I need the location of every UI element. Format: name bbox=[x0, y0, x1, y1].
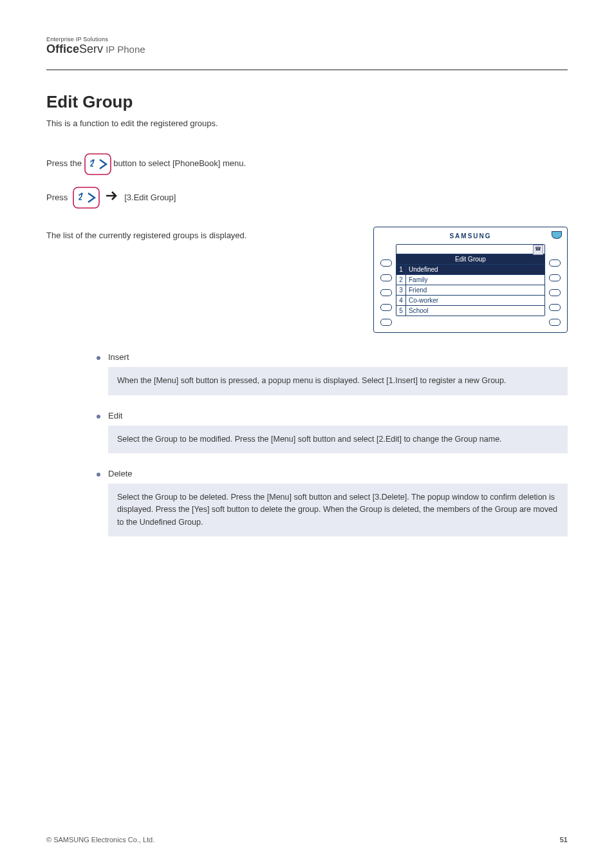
list-item-label: Friend bbox=[406, 285, 544, 295]
list-item-num: 5 bbox=[396, 305, 406, 316]
step-3-text: The list of the currently registered gro… bbox=[46, 229, 362, 242]
brand-bold: Office bbox=[46, 42, 79, 55]
operation-head: Edit bbox=[97, 411, 568, 420]
operation-title: Delete bbox=[108, 469, 133, 478]
status-icon: ☎ bbox=[533, 245, 543, 255]
list-item[interactable]: 5 School bbox=[396, 305, 544, 316]
list-item-label: Family bbox=[406, 274, 544, 285]
operation-edit: Edit Select the Group to be modified. Pr… bbox=[97, 411, 568, 453]
section-title: Edit Group bbox=[46, 92, 568, 112]
operation-body: When the [Menu] soft button is pressed, … bbox=[108, 367, 568, 395]
phonebook-key-icon bbox=[73, 187, 100, 209]
list-item[interactable]: 4 Co-worker bbox=[396, 295, 544, 305]
lcd-statusbar: ☎ bbox=[396, 245, 544, 254]
footer-page-number: 51 bbox=[560, 836, 568, 844]
phone-brand: SAMSUNG bbox=[380, 232, 561, 240]
operation-head: Insert bbox=[97, 352, 568, 362]
right-softkeys bbox=[549, 244, 561, 326]
list-item-num: 4 bbox=[396, 295, 406, 305]
lcd: ☎ Edit Group 1 Undefined 2 Family bbox=[396, 244, 545, 316]
bullet-icon bbox=[97, 415, 100, 419]
brand-topline: Enterprise IP Solutions bbox=[46, 36, 145, 42]
list-item-label: Undefined bbox=[406, 264, 544, 274]
softkey-button[interactable] bbox=[549, 304, 561, 311]
phone-inner: ☎ Edit Group 1 Undefined 2 Family bbox=[380, 244, 561, 326]
step-2: Press [3.Edit Group] bbox=[46, 187, 568, 209]
bullet-icon bbox=[97, 473, 100, 476]
left-softkeys bbox=[380, 244, 392, 326]
softkey-button[interactable] bbox=[380, 304, 392, 311]
section-intro: This is a function to edit the registere… bbox=[46, 117, 568, 130]
list-item[interactable]: 2 Family bbox=[396, 274, 544, 285]
softkey-button[interactable] bbox=[549, 274, 561, 281]
softkey-button[interactable] bbox=[380, 274, 392, 281]
brand-suffix: IP Phone bbox=[103, 44, 145, 55]
operation-body: Select the Group to be modified. Press t… bbox=[108, 426, 568, 453]
phone-top: SAMSUNG bbox=[380, 232, 561, 244]
operation-body: Select the Group to be deleted. Press th… bbox=[108, 484, 568, 536]
list-item[interactable]: 1 Undefined bbox=[396, 264, 544, 274]
page: Enterprise IP Solutions OfficeServ IP Ph… bbox=[0, 0, 614, 868]
list-item-num: 3 bbox=[396, 285, 406, 295]
operation-title: Edit bbox=[108, 411, 122, 420]
brand-mid: Serv bbox=[79, 42, 103, 55]
content: Edit Group This is a function to edit th… bbox=[46, 70, 568, 536]
operation-title: Insert bbox=[108, 352, 129, 362]
softkey-button[interactable] bbox=[380, 289, 392, 296]
lcd-list: 1 Undefined 2 Family 3 Friend bbox=[396, 264, 544, 316]
page-header: Enterprise IP Solutions OfficeServ IP Ph… bbox=[46, 36, 568, 70]
list-item-num: 2 bbox=[396, 274, 406, 285]
brand-block: Enterprise IP Solutions OfficeServ IP Ph… bbox=[46, 36, 145, 56]
bullet-icon bbox=[97, 356, 100, 360]
brand-line: OfficeServ IP Phone bbox=[46, 42, 145, 56]
arrow-right-icon bbox=[105, 190, 119, 205]
step-3-left: The list of the currently registered gro… bbox=[46, 227, 362, 245]
step-1: Press the button to select [PhoneBook] m… bbox=[46, 153, 568, 175]
phone-screen: SAMSUNG ☎ bbox=[373, 227, 568, 333]
step-2-text-a: Press bbox=[46, 191, 68, 204]
footer-copyright: © SAMSUNG Electronics Co., Ltd. bbox=[46, 836, 154, 844]
list-item[interactable]: 3 Friend bbox=[396, 285, 544, 295]
step-1-text-b: button to select [PhoneBook] menu. bbox=[113, 159, 246, 169]
operation-delete: Delete Select the Group to be deleted. P… bbox=[97, 469, 568, 536]
page-footer: © SAMSUNG Electronics Co., Ltd. 51 bbox=[46, 836, 568, 844]
operation-head: Delete bbox=[97, 469, 568, 478]
softkey-button[interactable] bbox=[380, 319, 392, 326]
list-item-label: School bbox=[406, 305, 544, 316]
softkey-button[interactable] bbox=[380, 259, 392, 267]
step-3-illustration: SAMSUNG ☎ bbox=[373, 227, 568, 333]
step-1-text-a: Press the bbox=[46, 159, 84, 169]
softkey-button[interactable] bbox=[549, 289, 561, 296]
phonebook-key-icon bbox=[84, 153, 111, 175]
list-item-label: Co-worker bbox=[406, 295, 544, 305]
list-item-num: 1 bbox=[396, 264, 406, 274]
operations-list: Insert When the [Menu] soft button is pr… bbox=[46, 352, 568, 536]
softkey-button[interactable] bbox=[549, 259, 561, 267]
operation-insert: Insert When the [Menu] soft button is pr… bbox=[97, 352, 568, 395]
lcd-title: Edit Group bbox=[396, 254, 544, 264]
step-3-row: The list of the currently registered gro… bbox=[46, 227, 568, 333]
softkey-button[interactable] bbox=[549, 319, 561, 326]
step-2-text-b: [3.Edit Group] bbox=[124, 191, 176, 204]
